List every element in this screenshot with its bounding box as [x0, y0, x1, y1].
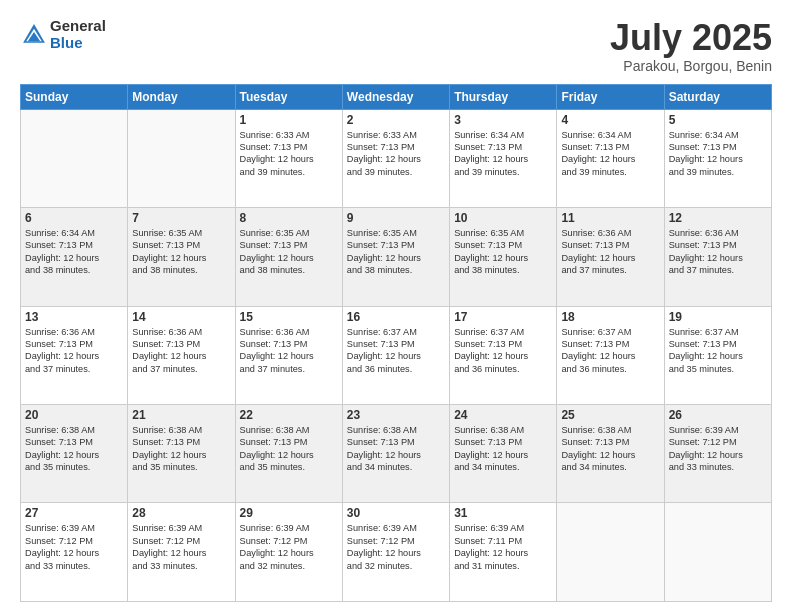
day-info: Sunrise: 6:37 AMSunset: 7:13 PMDaylight:…: [454, 326, 552, 376]
calendar-cell: 23Sunrise: 6:38 AMSunset: 7:13 PMDayligh…: [342, 405, 449, 503]
day-info: Sunrise: 6:35 AMSunset: 7:13 PMDaylight:…: [132, 227, 230, 277]
weekday-header-monday: Monday: [128, 84, 235, 109]
calendar-cell: 29Sunrise: 6:39 AMSunset: 7:12 PMDayligh…: [235, 503, 342, 602]
calendar-cell: 25Sunrise: 6:38 AMSunset: 7:13 PMDayligh…: [557, 405, 664, 503]
day-info: Sunrise: 6:37 AMSunset: 7:13 PMDaylight:…: [669, 326, 767, 376]
calendar-cell: 2Sunrise: 6:33 AMSunset: 7:13 PMDaylight…: [342, 109, 449, 207]
day-info: Sunrise: 6:34 AMSunset: 7:13 PMDaylight:…: [454, 129, 552, 179]
weekday-header-row: SundayMondayTuesdayWednesdayThursdayFrid…: [21, 84, 772, 109]
day-info: Sunrise: 6:38 AMSunset: 7:13 PMDaylight:…: [132, 424, 230, 474]
day-number: 30: [347, 506, 445, 520]
calendar-week-row: 20Sunrise: 6:38 AMSunset: 7:13 PMDayligh…: [21, 405, 772, 503]
calendar-cell: 28Sunrise: 6:39 AMSunset: 7:12 PMDayligh…: [128, 503, 235, 602]
day-number: 23: [347, 408, 445, 422]
header: General Blue July 2025 Parakou, Borgou, …: [20, 18, 772, 74]
calendar-cell: 4Sunrise: 6:34 AMSunset: 7:13 PMDaylight…: [557, 109, 664, 207]
day-info: Sunrise: 6:38 AMSunset: 7:13 PMDaylight:…: [561, 424, 659, 474]
day-info: Sunrise: 6:37 AMSunset: 7:13 PMDaylight:…: [561, 326, 659, 376]
calendar-cell: 10Sunrise: 6:35 AMSunset: 7:13 PMDayligh…: [450, 208, 557, 306]
calendar-cell: [128, 109, 235, 207]
day-number: 16: [347, 310, 445, 324]
logo-text: General Blue: [50, 18, 106, 51]
logo-icon: [20, 21, 48, 49]
calendar-cell: 7Sunrise: 6:35 AMSunset: 7:13 PMDaylight…: [128, 208, 235, 306]
day-number: 29: [240, 506, 338, 520]
calendar-cell: 1Sunrise: 6:33 AMSunset: 7:13 PMDaylight…: [235, 109, 342, 207]
calendar-cell: 26Sunrise: 6:39 AMSunset: 7:12 PMDayligh…: [664, 405, 771, 503]
day-info: Sunrise: 6:35 AMSunset: 7:13 PMDaylight:…: [240, 227, 338, 277]
day-number: 28: [132, 506, 230, 520]
day-info: Sunrise: 6:39 AMSunset: 7:12 PMDaylight:…: [132, 522, 230, 572]
calendar-cell: 18Sunrise: 6:37 AMSunset: 7:13 PMDayligh…: [557, 306, 664, 404]
day-number: 1: [240, 113, 338, 127]
day-number: 8: [240, 211, 338, 225]
calendar-cell: 21Sunrise: 6:38 AMSunset: 7:13 PMDayligh…: [128, 405, 235, 503]
day-info: Sunrise: 6:38 AMSunset: 7:13 PMDaylight:…: [240, 424, 338, 474]
calendar-cell: 19Sunrise: 6:37 AMSunset: 7:13 PMDayligh…: [664, 306, 771, 404]
day-info: Sunrise: 6:39 AMSunset: 7:12 PMDaylight:…: [25, 522, 123, 572]
day-number: 31: [454, 506, 552, 520]
day-number: 18: [561, 310, 659, 324]
calendar-cell: [557, 503, 664, 602]
day-info: Sunrise: 6:36 AMSunset: 7:13 PMDaylight:…: [669, 227, 767, 277]
calendar-week-row: 1Sunrise: 6:33 AMSunset: 7:13 PMDaylight…: [21, 109, 772, 207]
day-info: Sunrise: 6:38 AMSunset: 7:13 PMDaylight:…: [454, 424, 552, 474]
day-info: Sunrise: 6:39 AMSunset: 7:11 PMDaylight:…: [454, 522, 552, 572]
day-info: Sunrise: 6:36 AMSunset: 7:13 PMDaylight:…: [240, 326, 338, 376]
day-number: 17: [454, 310, 552, 324]
day-info: Sunrise: 6:38 AMSunset: 7:13 PMDaylight:…: [25, 424, 123, 474]
logo-blue: Blue: [50, 35, 106, 52]
day-info: Sunrise: 6:33 AMSunset: 7:13 PMDaylight:…: [347, 129, 445, 179]
day-number: 11: [561, 211, 659, 225]
calendar-cell: 6Sunrise: 6:34 AMSunset: 7:13 PMDaylight…: [21, 208, 128, 306]
calendar-cell: [21, 109, 128, 207]
calendar-cell: 17Sunrise: 6:37 AMSunset: 7:13 PMDayligh…: [450, 306, 557, 404]
day-number: 10: [454, 211, 552, 225]
day-number: 19: [669, 310, 767, 324]
day-info: Sunrise: 6:34 AMSunset: 7:13 PMDaylight:…: [25, 227, 123, 277]
day-number: 12: [669, 211, 767, 225]
day-number: 5: [669, 113, 767, 127]
day-number: 15: [240, 310, 338, 324]
day-number: 2: [347, 113, 445, 127]
calendar-cell: 15Sunrise: 6:36 AMSunset: 7:13 PMDayligh…: [235, 306, 342, 404]
day-info: Sunrise: 6:33 AMSunset: 7:13 PMDaylight:…: [240, 129, 338, 179]
day-info: Sunrise: 6:38 AMSunset: 7:13 PMDaylight:…: [347, 424, 445, 474]
calendar-cell: 30Sunrise: 6:39 AMSunset: 7:12 PMDayligh…: [342, 503, 449, 602]
day-number: 3: [454, 113, 552, 127]
day-number: 26: [669, 408, 767, 422]
day-info: Sunrise: 6:35 AMSunset: 7:13 PMDaylight:…: [347, 227, 445, 277]
day-number: 14: [132, 310, 230, 324]
day-info: Sunrise: 6:36 AMSunset: 7:13 PMDaylight:…: [561, 227, 659, 277]
calendar-cell: 5Sunrise: 6:34 AMSunset: 7:13 PMDaylight…: [664, 109, 771, 207]
calendar-cell: 8Sunrise: 6:35 AMSunset: 7:13 PMDaylight…: [235, 208, 342, 306]
title-area: July 2025 Parakou, Borgou, Benin: [610, 18, 772, 74]
day-info: Sunrise: 6:39 AMSunset: 7:12 PMDaylight:…: [669, 424, 767, 474]
calendar-week-row: 27Sunrise: 6:39 AMSunset: 7:12 PMDayligh…: [21, 503, 772, 602]
page: General Blue July 2025 Parakou, Borgou, …: [0, 0, 792, 612]
calendar-cell: 14Sunrise: 6:36 AMSunset: 7:13 PMDayligh…: [128, 306, 235, 404]
calendar-cell: 22Sunrise: 6:38 AMSunset: 7:13 PMDayligh…: [235, 405, 342, 503]
calendar-cell: 27Sunrise: 6:39 AMSunset: 7:12 PMDayligh…: [21, 503, 128, 602]
calendar-cell: 11Sunrise: 6:36 AMSunset: 7:13 PMDayligh…: [557, 208, 664, 306]
day-number: 13: [25, 310, 123, 324]
day-number: 20: [25, 408, 123, 422]
calendar-cell: 9Sunrise: 6:35 AMSunset: 7:13 PMDaylight…: [342, 208, 449, 306]
calendar-cell: 12Sunrise: 6:36 AMSunset: 7:13 PMDayligh…: [664, 208, 771, 306]
calendar-cell: 31Sunrise: 6:39 AMSunset: 7:11 PMDayligh…: [450, 503, 557, 602]
calendar-cell: 24Sunrise: 6:38 AMSunset: 7:13 PMDayligh…: [450, 405, 557, 503]
month-title: July 2025: [610, 18, 772, 58]
day-info: Sunrise: 6:34 AMSunset: 7:13 PMDaylight:…: [561, 129, 659, 179]
logo-general: General: [50, 18, 106, 35]
weekday-header-tuesday: Tuesday: [235, 84, 342, 109]
day-number: 24: [454, 408, 552, 422]
day-info: Sunrise: 6:39 AMSunset: 7:12 PMDaylight:…: [240, 522, 338, 572]
calendar-cell: 20Sunrise: 6:38 AMSunset: 7:13 PMDayligh…: [21, 405, 128, 503]
calendar-table: SundayMondayTuesdayWednesdayThursdayFrid…: [20, 84, 772, 602]
weekday-header-sunday: Sunday: [21, 84, 128, 109]
day-info: Sunrise: 6:39 AMSunset: 7:12 PMDaylight:…: [347, 522, 445, 572]
day-number: 21: [132, 408, 230, 422]
day-info: Sunrise: 6:34 AMSunset: 7:13 PMDaylight:…: [669, 129, 767, 179]
calendar-cell: 13Sunrise: 6:36 AMSunset: 7:13 PMDayligh…: [21, 306, 128, 404]
calendar-cell: 3Sunrise: 6:34 AMSunset: 7:13 PMDaylight…: [450, 109, 557, 207]
